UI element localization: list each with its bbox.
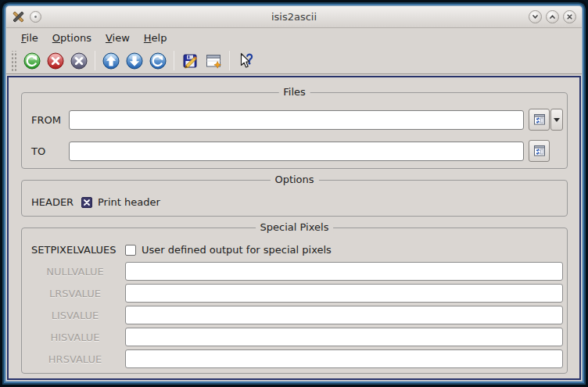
to-input[interactable] [69,142,524,161]
from-label: FROM [31,114,69,126]
window-controls [529,10,576,23]
save-log-button[interactable] [178,49,202,73]
run-button[interactable] [20,49,44,73]
lisvalue-label: LISVALUE [31,310,119,321]
from-options-dropdown-button[interactable] [550,109,563,131]
menubar: File Options View Help [6,28,582,48]
redo-button[interactable] [146,49,170,73]
hrsvalue-row: HRSVALUE [31,349,563,368]
lrsvalue-input[interactable] [125,284,563,303]
desktop-background: isis2ascii [0,0,588,387]
whats-this-button[interactable] [234,49,257,73]
hisvalue-label: HISVALUE [31,331,119,343]
menu-file[interactable]: File [15,30,45,45]
print-header-checkbox[interactable] [81,197,92,208]
sticky-dot-icon [33,14,38,20]
run-icon [23,52,41,70]
titlebar[interactable]: isis2ascii [6,6,582,28]
new-window-icon [204,52,223,70]
header-row: HEADER Print header [31,196,563,208]
menu-options[interactable]: Options [46,30,98,45]
files-group-title: Files [278,86,310,98]
options-group: Options HEADER Print header [21,180,568,217]
from-row: FROM [31,109,563,131]
down-arrow-icon [125,52,144,70]
lrsvalue-label: LRSVALUE [31,288,119,299]
to-label: TO [31,145,69,157]
lisvalue-input[interactable] [125,306,563,324]
toolbar [6,48,582,74]
history-down-button[interactable] [123,49,146,73]
menu-view-label: V [106,32,113,44]
main-form: Files FROM [7,76,581,380]
toolbar-drag-handle[interactable] [10,51,17,71]
setpixelvalues-row: SETPIXELVALUES User defined output for s… [31,244,563,256]
chevron-up-icon [548,13,557,21]
lrsvalue-row: LRSVALUE [31,284,563,303]
header-label: HEADER [31,196,81,208]
caret-down-icon [554,118,560,122]
menu-view[interactable]: View [99,30,136,45]
nullvalue-input[interactable] [125,262,563,281]
to-row: TO [31,140,563,162]
chevron-down-icon [531,13,540,21]
hisvalue-row: HISVALUE [31,328,563,346]
toolbar-separator [95,51,95,70]
nullvalue-label: NULLVALUE [31,266,119,278]
save-edit-icon [181,52,199,70]
from-input[interactable] [69,110,524,130]
shade-button[interactable] [529,10,542,23]
close-circle-icon [70,52,88,70]
options-group-title: Options [270,174,318,185]
sticky-button[interactable] [30,11,41,23]
redo-icon [149,52,167,70]
toolbar-separator [174,51,174,70]
from-browse-button[interactable] [529,109,550,131]
menu-options-label: O [52,32,60,44]
special-pixels-group: Special Pixels SETPIXELVALUES User defin… [21,228,568,374]
setpixelvalues-checkbox[interactable] [125,245,136,256]
file-dialog-icon [532,144,547,158]
to-browse-button[interactable] [529,140,550,162]
menu-help[interactable]: Help [138,30,174,45]
stop-icon [46,52,65,70]
toolbar-separator [229,51,230,70]
print-header-label: Print header [98,196,160,208]
history-up-button[interactable] [99,49,123,73]
file-dialog-icon [532,113,547,127]
stop-button[interactable] [44,49,67,73]
close-icon [565,13,574,21]
new-window-button[interactable] [202,49,225,73]
window-title: isis2ascii [271,11,317,23]
whats-this-icon [236,52,255,70]
hrsvalue-input[interactable] [125,349,563,368]
setpixelvalues-label: SETPIXELVALUES [31,244,119,256]
lisvalue-row: LISVALUE [31,306,563,324]
menu-help-label: H [144,32,152,44]
nullvalue-row: NULLVALUE [31,262,563,281]
setpixelvalues-text: User defined output for special pixels [142,244,332,256]
up-arrow-icon [102,52,120,70]
files-group: Files FROM [21,92,568,169]
hrsvalue-label: HRSVALUE [31,353,119,365]
hisvalue-input[interactable] [125,328,563,346]
checkmark-x-icon [83,199,91,206]
app-window: isis2ascii [6,6,582,381]
maximize-button[interactable] [546,10,559,23]
close-program-button[interactable] [67,49,91,73]
close-button[interactable] [563,10,576,23]
special-pixels-group-title: Special Pixels [256,221,334,233]
app-icon [12,10,25,23]
